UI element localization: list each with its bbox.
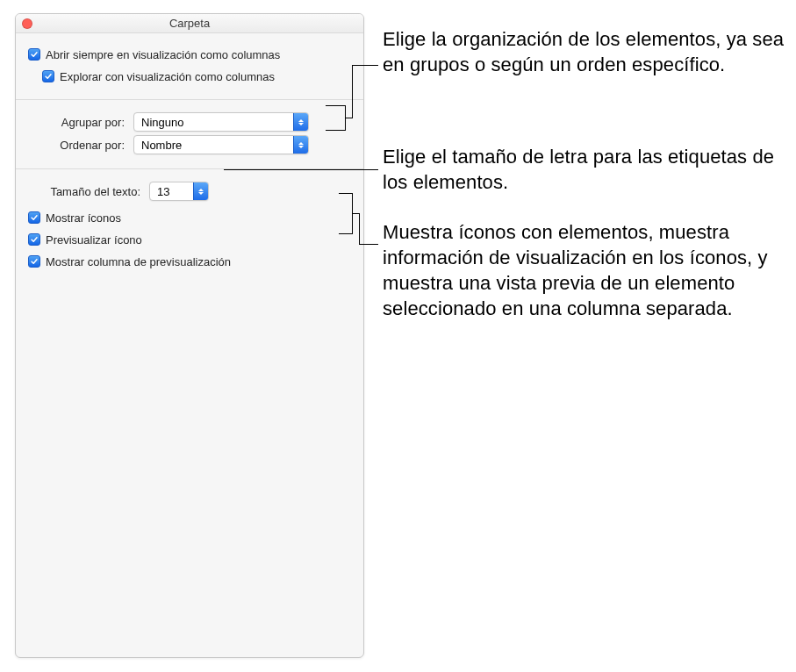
label-preview-icon: Previsualizar ícono [46, 233, 142, 247]
titlebar: Carpeta [16, 14, 363, 33]
label-show-preview-column: Mostrar columna de previsualización [46, 255, 231, 268]
label-show-icons: Mostrar íconos [46, 211, 121, 225]
callout-text-icons: Muestra íconos con elementos, muestra in… [383, 219, 791, 321]
label-browse-columns: Explorar con visualización como columnas [60, 70, 275, 83]
checkbox-show-icons[interactable] [28, 211, 40, 224]
label-sort-by: Ordenar por: [28, 139, 133, 152]
callout-text-arrange: Elige la organización de los elementos, … [383, 26, 786, 77]
select-group-by-value: Ninguno [134, 116, 293, 129]
checkbox-preview-icon[interactable] [28, 233, 40, 246]
checkbox-show-preview-column[interactable] [28, 255, 40, 268]
select-text-size[interactable]: 13 [149, 182, 209, 201]
callout-text-textsize: Elige el tamaño de letra para las etique… [383, 144, 786, 195]
preferences-window: Carpeta Abrir siempre en visualización c… [15, 13, 364, 658]
checkbox-always-open-columns[interactable] [28, 48, 40, 61]
select-group-by[interactable]: Ninguno [133, 112, 309, 132]
checkbox-browse-columns[interactable] [42, 70, 54, 82]
label-always-open-columns: Abrir siempre en visualización como colu… [46, 48, 280, 61]
section-text: Tamaño del texto: 13 Mostrar íconos Prev… [16, 169, 363, 284]
stepper-icon [293, 113, 308, 131]
select-sort-by[interactable]: Nombre [133, 135, 309, 154]
section-arrange: Agrupar por: Ninguno Ordenar por: Nombre [16, 100, 363, 169]
label-text-size: Tamaño del texto: [28, 185, 149, 198]
select-text-size-value: 13 [150, 185, 193, 198]
label-group-by: Agrupar por: [28, 116, 133, 129]
section-view-mode: Abrir siempre en visualización como colu… [16, 33, 363, 100]
window-title: Carpeta [169, 17, 210, 30]
select-sort-by-value: Nombre [134, 139, 293, 152]
stepper-icon [293, 136, 308, 154]
stepper-icon [193, 182, 208, 200]
close-button[interactable] [22, 18, 32, 29]
